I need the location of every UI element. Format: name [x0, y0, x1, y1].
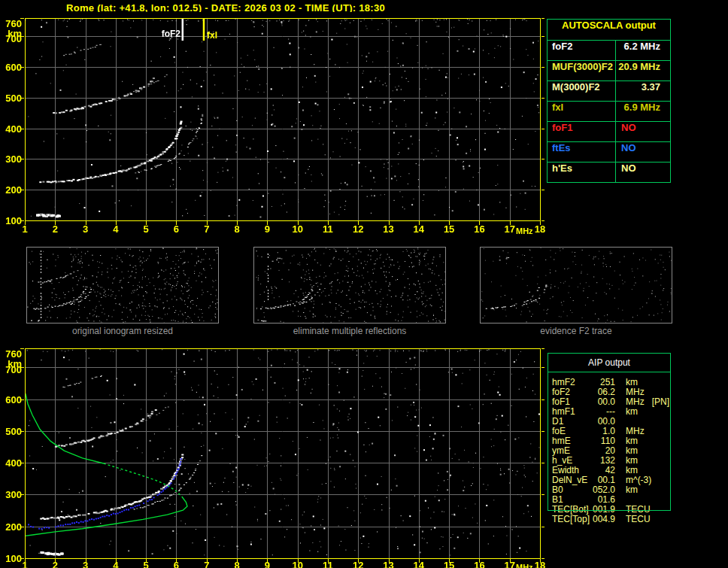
x-tick-label: 6: [167, 223, 185, 235]
aip-row-value: 052.0: [590, 484, 615, 495]
fof2-marker-label: foF2: [153, 29, 180, 39]
x-tick-label: 11: [319, 223, 337, 235]
aip-row-label: TEC[Bot]: [552, 504, 590, 515]
autoscala-row-value: 3.37: [616, 81, 670, 101]
aip-row-label: foF2: [552, 387, 590, 397]
aip-row: B0052.0km: [548, 484, 675, 494]
thumbnail-evidence-f2: [480, 247, 672, 323]
y-axis-unit: km: [0, 358, 22, 369]
aip-row-value: 110: [590, 436, 615, 446]
aip-row: TEC[Bot]001.9TECU: [548, 504, 675, 514]
ionogram-top-canvas: [19, 12, 545, 229]
x-tick-label: 7: [198, 560, 216, 568]
ionogram-bottom-canvas: [19, 342, 545, 564]
y-tick-label: 300: [0, 153, 22, 165]
aip-row-unit: TECU: [626, 504, 651, 515]
autoscala-row-label: ftEs: [548, 142, 616, 162]
autoscala-row: fxI6.9 MHz: [548, 102, 670, 122]
aip-row-value: 42: [590, 465, 615, 475]
y-tick-label: 500: [0, 93, 22, 104]
aip-row-label: DelN_vE: [552, 475, 590, 485]
aip-row-label: Ewidth: [552, 465, 590, 475]
aip-row: DelN_vE00.1m^(-3): [548, 475, 675, 484]
autoscala-table-title: AUTOSCALA output: [548, 20, 670, 41]
autoscala-row-label: h'Es: [548, 163, 616, 182]
x-tick-label: 16: [470, 223, 488, 235]
aip-row-value: ---: [590, 406, 615, 417]
x-tick-label: 1: [16, 560, 34, 568]
x-tick-label: 5: [137, 560, 155, 568]
x-tick-label: 14: [410, 223, 428, 235]
aip-row-label: hmF2: [552, 377, 590, 387]
aip-table-bottom-border: [548, 510, 671, 511]
y-axis-unit: km: [0, 28, 22, 39]
fxi-marker-label: fxI: [207, 30, 217, 41]
x-tick-label: 18: [531, 560, 549, 568]
x-tick-label: 8: [228, 223, 246, 235]
aip-row-label: foF1: [552, 396, 590, 407]
aip-row-label: ymE: [552, 445, 590, 456]
x-tick-label: 16: [470, 560, 488, 568]
autoscala-table-rows: foF26.2 MHzMUF(3000)F220.9 MHzM(3000)F23…: [548, 41, 670, 182]
aip-row-unit: km: [626, 484, 638, 495]
aip-row-label: h_vE: [552, 455, 590, 466]
aip-row: TEC[Top]004.9TECU: [548, 514, 675, 524]
x-axis-unit: MHz: [516, 563, 533, 568]
x-tick-label: 5: [137, 223, 155, 235]
aip-row-value: 001.9: [590, 504, 615, 515]
x-tick-label: 6: [167, 560, 185, 568]
autoscala-row-label: foF2: [548, 41, 616, 60]
y-tick-label: 600: [0, 394, 22, 405]
autoscala-row: MUF(3000)F220.9 MHz: [548, 61, 670, 81]
aip-row-value: 004.9: [590, 514, 615, 524]
autoscala-row-label: foF1: [548, 122, 616, 141]
aip-row: B101.6: [548, 494, 675, 504]
aip-row-label: D1: [552, 416, 590, 427]
x-tick-label: 3: [77, 560, 95, 568]
x-tick-label: 10: [289, 560, 307, 568]
thumbnail-evidence-canvas: [481, 248, 672, 323]
x-tick-label: 8: [228, 560, 246, 568]
x-tick-label: 18: [531, 223, 549, 235]
aip-row: foF206.2MHz: [548, 387, 675, 396]
autoscala-row-label: fxI: [548, 102, 616, 121]
x-tick-label: 1: [16, 223, 34, 235]
aip-row-unit: km: [626, 436, 638, 446]
aip-row-unit: MHz: [626, 426, 645, 436]
aip-row-label: B1: [552, 494, 590, 505]
autoscala-row-value: NO: [616, 122, 670, 141]
aip-row-value: 251: [590, 377, 615, 387]
aip-row-value: 00.0: [590, 416, 615, 427]
x-tick-label: 11: [319, 560, 337, 568]
aip-row-unit: m^(-3): [626, 475, 651, 485]
y-tick-label: 400: [0, 457, 22, 469]
aip-row-unit: km: [626, 445, 638, 456]
x-tick-label: 13: [380, 560, 398, 568]
aip-row: Ewidth42km: [548, 465, 675, 475]
autoscala-screen: Rome (lat: +41.8, lon: 012.5) - DATE: 20…: [0, 0, 728, 568]
y-tick-label: 300: [0, 489, 22, 500]
x-tick-label: 4: [107, 560, 125, 568]
aip-row-unit: MHz: [626, 387, 645, 397]
aip-row-value: 01.6: [590, 494, 615, 505]
autoscala-row-value: 6.9 MHz: [616, 102, 670, 121]
aip-row-unit: km: [626, 455, 638, 466]
autoscala-row: foF26.2 MHz: [548, 41, 670, 61]
aip-row-value: 06.2: [590, 387, 615, 397]
thumbnail-caption-eliminate: eliminate multiple reflections: [253, 326, 446, 336]
aip-row-label: TEC[Top]: [552, 514, 590, 524]
aip-row: foF100.0MHz[PN]: [548, 396, 675, 406]
x-tick-label: 10: [289, 223, 307, 235]
autoscala-row: foF1NO: [548, 122, 670, 142]
x-tick-label: 9: [258, 560, 276, 568]
x-tick-label: 15: [440, 223, 458, 235]
thumbnail-caption-evidence: evidence F2 trace: [480, 326, 672, 336]
aip-table-rows: hmF2251kmfoF206.2MHzfoF100.0MHz[PN]hmF1-…: [548, 377, 675, 524]
autoscala-row: M(3000)F23.37: [548, 81, 670, 102]
x-tick-label: 2: [46, 223, 64, 235]
aip-row: ymE20km: [548, 445, 675, 455]
aip-row-unit: km: [626, 377, 638, 387]
y-tick-label: 200: [0, 184, 22, 196]
aip-row-value: 132: [590, 455, 615, 466]
aip-row-extra: [PN]: [652, 396, 669, 407]
